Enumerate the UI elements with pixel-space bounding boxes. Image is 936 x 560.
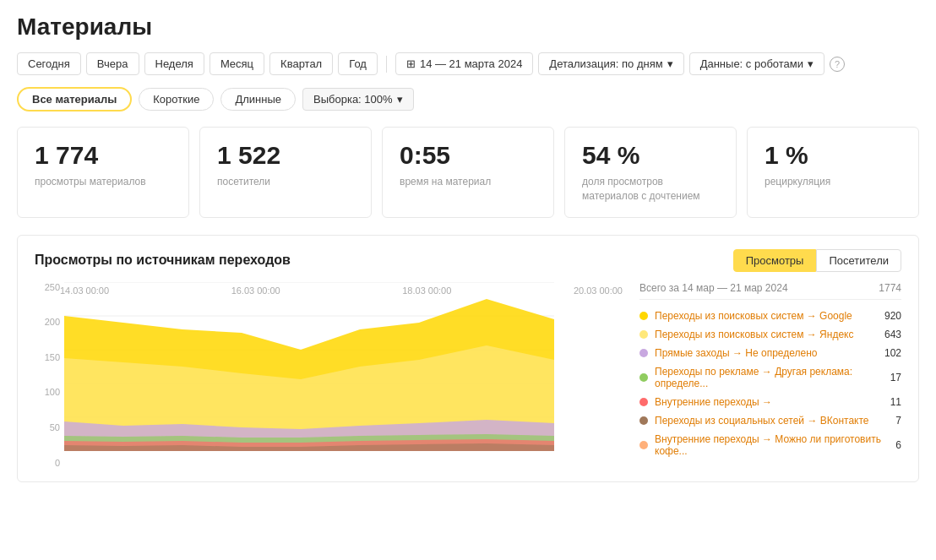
chart-legend: Всего за 14 мар — 21 мар 2024 1774 Перех… [639,282,901,468]
y-axis: 250 200 150 100 50 0 [35,282,60,468]
metric-value-visitors: 1 522 [217,141,354,170]
metric-value-time: 0:55 [400,141,536,170]
legend-total-value: 1774 [879,282,901,294]
metric-card-share: 54 % доля просмотров материалов с дочтен… [564,127,737,218]
chart-area: 250 200 150 100 50 0 [35,282,623,468]
btn-month[interactable]: Месяц [210,52,264,75]
legend-item-yandex: Переходы из поисковых систем → Яндекс 64… [639,325,901,344]
chart-svg [64,282,554,451]
chart-toggle-visitors[interactable]: Посетители [816,249,901,272]
metric-label-views: просмотры материалов [35,175,171,189]
divider [386,56,387,73]
legend-item-social: Переходы из социальных сетей → ВКонтакте… [639,411,901,430]
metric-label-time: время на материал [400,175,536,189]
calendar-icon: ⊞ [406,57,416,70]
metric-card-time: 0:55 время на материал [382,127,554,218]
metric-card-views: 1 774 просмотры материалов [17,127,189,218]
legend-item-direct: Прямые заходы → Не определено 102 [639,344,901,362]
date-range-label: 14 — 21 марта 2024 [420,57,522,70]
metric-label-recirculation: рециркуляция [765,175,901,189]
legend-item-ads: Переходы по рекламе → Другая реклама: оп… [639,362,901,393]
data-label: Данные: с роботами [700,57,803,70]
page-title: Материалы [17,14,919,41]
btn-week[interactable]: Неделя [144,52,204,75]
btn-yesterday[interactable]: Вчера [86,52,139,75]
legend-item-internal1: Внутренние переходы → 11 [639,393,901,411]
chevron-down-icon2: ▾ [808,57,814,70]
detail-dropdown[interactable]: Детализация: по дням ▾ [538,52,683,75]
legend-item-google: Переходы из поисковых систем → Google 92… [639,307,901,325]
date-range-button[interactable]: ⊞ 14 — 21 марта 2024 [395,52,533,75]
btn-today[interactable]: Сегодня [17,52,81,75]
sample-button[interactable]: Выборка: 100% ▾ [302,88,414,111]
metric-card-recirculation: 1 % рециркуляция [747,127,919,218]
sample-label: Выборка: 100% [313,93,393,106]
metric-card-visitors: 1 522 посетители [199,127,372,218]
metric-value-views: 1 774 [35,141,171,170]
filter-all[interactable]: Все материалы [17,87,132,111]
metric-value-recirculation: 1 % [765,141,901,170]
btn-quarter[interactable]: Квартал [269,52,333,75]
filter-short[interactable]: Короткие [139,88,214,111]
metric-label-visitors: посетители [217,175,354,189]
info-button[interactable]: ? [830,57,845,72]
legend-period: Всего за 14 мар — 21 мар 2024 [639,282,788,294]
chart-toggle-views[interactable]: Просмотры [733,249,817,272]
chevron-down-icon3: ▾ [397,93,403,106]
metric-value-share: 54 % [582,141,719,170]
detail-label: Детализация: по дням [549,57,662,70]
filter-long[interactable]: Длинные [220,88,296,111]
legend-item-internal2: Внутренние переходы → Можно ли приготови… [639,430,901,460]
chevron-down-icon: ▾ [667,57,673,70]
data-dropdown[interactable]: Данные: с роботами ▾ [689,52,824,75]
metric-label-share: доля просмотров материалов с дочтением [582,175,719,204]
btn-year[interactable]: Год [338,52,378,75]
chart-title: Просмотры по источникам переходов [35,253,291,268]
